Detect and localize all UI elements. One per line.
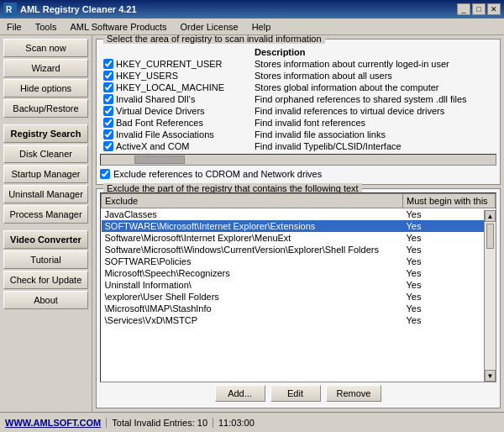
exclude-must-begin: Yes bbox=[403, 303, 496, 314]
exclude-path: Software\Microsoft\Internet Explorer\Men… bbox=[102, 232, 403, 244]
registry-item-name: HKEY_LOCAL_MACHINE bbox=[116, 82, 224, 92]
registry-item-desc: Find invalid Typelib/CLSID/Interface bbox=[251, 140, 496, 152]
registry-item-name: ActiveX and COM bbox=[116, 141, 189, 151]
status-time: 11:03:00 bbox=[213, 418, 260, 428]
minimize-button[interactable]: _ bbox=[457, 3, 470, 15]
exclude-path: \Microsoft\IMAP\StashInfo bbox=[102, 303, 403, 314]
exclude-path: Microsoft\Speech\Recognizers bbox=[102, 267, 403, 279]
scan-now-button[interactable]: Scan now bbox=[3, 39, 88, 57]
status-bar: WWW.AMLSOFT.COM Total Invalid Entries: 1… bbox=[0, 412, 504, 432]
exclude-table: Exclude Must begin with this JavaClasses… bbox=[101, 193, 496, 326]
registry-item-name: Invalid Shared DlI's bbox=[116, 94, 195, 104]
maximize-button[interactable]: □ bbox=[472, 3, 486, 15]
title-bar: R AML Registry Cleaner 4.21 _ □ ✕ bbox=[0, 0, 504, 18]
exclude-path: Uninstall Information\ bbox=[102, 279, 403, 291]
scroll-track bbox=[485, 222, 496, 370]
startup-manager-button[interactable]: Startup Manager bbox=[3, 165, 88, 183]
registry-item-name: HKEY_CURRENT_USER bbox=[116, 59, 223, 69]
registry-item-name: Virtual Device Drivers bbox=[116, 106, 205, 116]
sidebar: Scan now Wizard Hide options Backup/Rest… bbox=[0, 35, 92, 412]
exclude-table-row[interactable]: SOFTWARE\Microsoft\Internet Explorer\Ext… bbox=[102, 220, 496, 232]
exclude-path: JavaClasses bbox=[102, 208, 403, 221]
registry-search-button[interactable]: Registry Search bbox=[3, 124, 88, 143]
registry-item-desc: Find invalid file association links bbox=[251, 129, 496, 140]
col-header-exclude bbox=[100, 46, 251, 58]
exclude-table-row[interactable]: JavaClasses Yes bbox=[102, 208, 496, 221]
registry-table-row: Virtual Device Drivers Find invalid refe… bbox=[100, 105, 496, 117]
amlsoft-link[interactable]: WWW.AMLSOFT.COM bbox=[0, 418, 106, 428]
add-button[interactable]: Add... bbox=[215, 385, 265, 402]
registry-item-checkbox[interactable] bbox=[103, 71, 113, 81]
scroll-thumb bbox=[486, 224, 494, 249]
content-area: Select the area of registry to scan inva… bbox=[92, 35, 504, 412]
registry-table-row: Bad Font References Find invalid font re… bbox=[100, 117, 496, 129]
exclude-scrollbar[interactable]: ▲ ▼ bbox=[484, 210, 496, 382]
col-header-description: Description bbox=[251, 46, 496, 58]
registry-item-desc: Stores information about currently loged… bbox=[251, 58, 496, 70]
registry-item-checkbox[interactable] bbox=[103, 59, 113, 69]
exclude-must-begin: Yes bbox=[403, 256, 496, 267]
exclude-table-row[interactable]: SOFTWARE\Policies Yes bbox=[102, 256, 496, 267]
exclude-must-begin: Yes bbox=[403, 220, 496, 232]
close-button[interactable]: ✕ bbox=[487, 3, 501, 15]
scroll-up-button[interactable]: ▲ bbox=[485, 210, 496, 222]
registry-table-row: Invalid File Associations Find invalid f… bbox=[100, 129, 496, 140]
exclude-table-row[interactable]: Microsoft\Speech\Recognizers Yes bbox=[102, 267, 496, 279]
registry-table-row: HKEY_CURRENT_USER Stores information abo… bbox=[100, 58, 496, 70]
exclude-table-row[interactable]: \Services\VxD\MSTCP Yes bbox=[102, 314, 496, 326]
exclude-cdrom-row: Exclude references to CDROM and Network … bbox=[100, 167, 496, 181]
registry-table: Description HKEY_CURRENT_USER Stores inf… bbox=[100, 46, 496, 152]
exclude-must-begin: Yes bbox=[403, 232, 496, 244]
about-button[interactable]: About bbox=[3, 291, 88, 309]
registry-item-name: Bad Font References bbox=[116, 118, 203, 128]
exclude-path: SOFTWARE\Policies bbox=[102, 256, 403, 267]
exclude-table-row[interactable]: \explorer\User Shell Folders Yes bbox=[102, 291, 496, 303]
tutorial-button[interactable]: Tutorial bbox=[3, 250, 88, 269]
uninstall-manager-button[interactable]: Uninstall Manager bbox=[3, 185, 88, 203]
exclude-table-row[interactable]: Software\Microsoft\Internet Explorer\Men… bbox=[102, 232, 496, 244]
hide-options-button[interactable]: Hide options bbox=[3, 79, 88, 97]
registry-item-checkbox[interactable] bbox=[103, 141, 113, 151]
exclude-cdrom-checkbox[interactable] bbox=[100, 169, 110, 179]
remove-button[interactable]: Remove bbox=[326, 385, 382, 402]
svg-text:R: R bbox=[6, 5, 13, 14]
registry-item-checkbox[interactable] bbox=[103, 129, 113, 140]
scroll-down-button[interactable]: ▼ bbox=[485, 370, 496, 382]
registry-table-row: Invalid Shared DlI's Find orphaned refer… bbox=[100, 93, 496, 105]
exclude-table-row[interactable]: \Microsoft\IMAP\StashInfo Yes bbox=[102, 303, 496, 314]
exclude-table-row[interactable]: Uninstall Information\ Yes bbox=[102, 279, 496, 291]
registry-item-checkbox[interactable] bbox=[103, 106, 113, 116]
disk-cleaner-button[interactable]: Disk Cleaner bbox=[3, 145, 88, 163]
backup-restore-button[interactable]: Backup/Restore bbox=[3, 99, 88, 118]
exclude-path: Software\Microsoft\Windows\CurrentVersio… bbox=[102, 244, 403, 256]
menu-help[interactable]: Help bbox=[249, 20, 275, 34]
registry-hscrollbar[interactable] bbox=[100, 154, 496, 166]
exclude-button-row: Add... Edit Remove bbox=[100, 382, 496, 404]
menu-bar: File Tools AML Software Products Order L… bbox=[0, 18, 504, 35]
registry-item-checkbox[interactable] bbox=[103, 82, 113, 92]
exclude-table-row[interactable]: Software\Microsoft\Windows\CurrentVersio… bbox=[102, 244, 496, 256]
wizard-button[interactable]: Wizard bbox=[3, 59, 88, 77]
menu-file[interactable]: File bbox=[3, 20, 25, 34]
video-converter-button[interactable]: Video Converter bbox=[3, 230, 88, 249]
exclude-must-begin: Yes bbox=[403, 314, 496, 326]
exclude-must-begin: Yes bbox=[403, 208, 496, 221]
registry-group: Select the area of registry to scan inva… bbox=[96, 39, 501, 185]
registry-scroll-thumb bbox=[134, 155, 185, 164]
check-update-button[interactable]: Check for Update bbox=[3, 271, 88, 289]
registry-item-checkbox[interactable] bbox=[103, 94, 113, 104]
registry-item-name: Invalid File Associations bbox=[116, 129, 214, 140]
registry-table-row: ActiveX and COM Find invalid Typelib/CLS… bbox=[100, 140, 496, 152]
registry-table-row: HKEY_LOCAL_MACHINE Stores global informa… bbox=[100, 82, 496, 93]
exclude-path: SOFTWARE\Microsoft\Internet Explorer\Ext… bbox=[102, 220, 403, 232]
menu-tools[interactable]: Tools bbox=[32, 20, 60, 34]
process-manager-button[interactable]: Process Manager bbox=[3, 205, 88, 224]
registry-item-checkbox[interactable] bbox=[103, 118, 113, 128]
app-icon: R bbox=[3, 3, 17, 16]
edit-button[interactable]: Edit bbox=[270, 385, 321, 402]
registry-item-desc: Find orphaned references to shared syste… bbox=[251, 93, 496, 105]
menu-aml-products[interactable]: AML Software Products bbox=[66, 20, 170, 34]
exclude-path: \Services\VxD\MSTCP bbox=[102, 314, 403, 326]
registry-item-name: HKEY_USERS bbox=[116, 71, 178, 81]
menu-order-license[interactable]: Order License bbox=[177, 20, 242, 34]
